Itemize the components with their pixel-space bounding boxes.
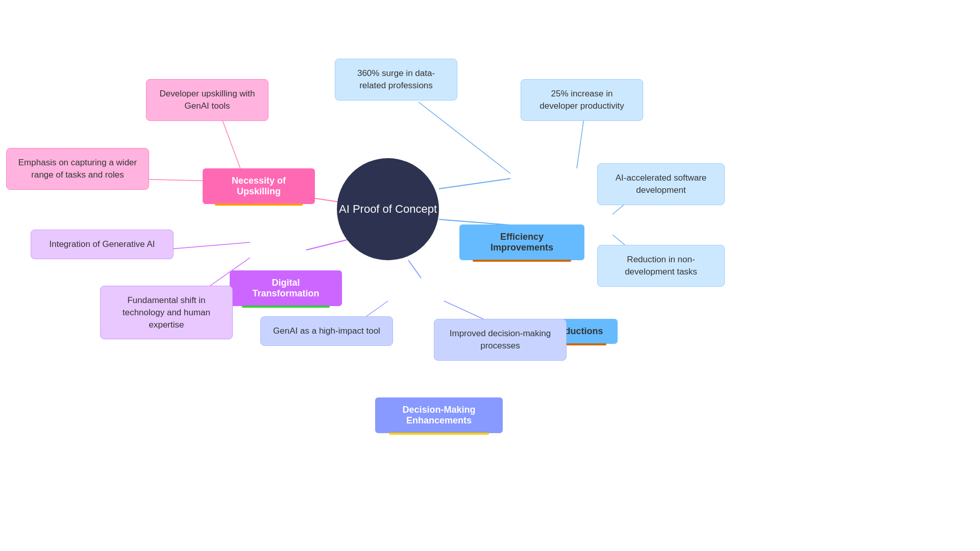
child-360-surge: 360% surge in data-related professions bbox=[335, 59, 457, 101]
child-genai-integration-text: Integration of Generative AI bbox=[50, 238, 155, 251]
center-label: AI Proof of Concept bbox=[339, 203, 437, 216]
branch-digital[interactable]: Digital Transformation bbox=[230, 270, 342, 306]
child-emphasis-tasks-text: Emphasis on capturing a wider range of t… bbox=[17, 157, 138, 181]
child-reduction-nondev-text: Reduction in non-development tasks bbox=[608, 254, 714, 278]
branch-digital-label: Digital Transformation bbox=[240, 278, 332, 299]
child-360-surge-text: 360% surge in data-related professions bbox=[346, 67, 447, 92]
child-genai-integration: Integration of Generative AI bbox=[31, 230, 174, 259]
branch-upskilling-label: Necessity of Upskilling bbox=[213, 176, 305, 197]
branch-decision[interactable]: Decision-Making Enhancements bbox=[375, 397, 503, 433]
branch-efficiency-label: Efficiency Improvements bbox=[470, 232, 574, 253]
branch-efficiency[interactable]: Efficiency Improvements bbox=[459, 224, 584, 260]
svg-line-7 bbox=[419, 102, 510, 173]
child-developer-upskilling-text: Developer upskilling with GenAI tools bbox=[157, 88, 258, 112]
svg-line-6 bbox=[439, 179, 510, 189]
child-25-increase: 25% increase in developer productivity bbox=[521, 79, 643, 121]
child-developer-upskilling: Developer upskilling with GenAI tools bbox=[146, 79, 268, 121]
child-improved-decision: Improved decision-making processes bbox=[434, 319, 567, 361]
child-emphasis-tasks: Emphasis on capturing a wider range of t… bbox=[6, 148, 149, 190]
svg-line-12 bbox=[408, 260, 421, 278]
child-genai-highimpact-text: GenAI as a high-impact tool bbox=[273, 325, 380, 337]
child-improved-decision-text: Improved decision-making processes bbox=[445, 328, 556, 352]
branch-upskilling[interactable]: Necessity of Upskilling bbox=[203, 168, 315, 204]
child-fundamental-shift: Fundamental shift in technology and huma… bbox=[100, 286, 233, 339]
child-fundamental-shift-text: Fundamental shift in technology and huma… bbox=[111, 294, 222, 331]
branch-decision-label: Decision-Making Enhancements bbox=[385, 405, 493, 426]
svg-line-8 bbox=[577, 115, 584, 168]
child-genai-highimpact: GenAI as a high-impact tool bbox=[260, 316, 393, 346]
child-reduction-nondev: Reduction in non-development tasks bbox=[597, 245, 725, 287]
center-node: AI Proof of Concept bbox=[337, 158, 439, 260]
child-ai-accelerated: AI-accelerated software development bbox=[597, 163, 725, 205]
child-ai-accelerated-text: AI-accelerated software development bbox=[608, 172, 714, 196]
child-25-increase-text: 25% increase in developer productivity bbox=[531, 88, 632, 112]
